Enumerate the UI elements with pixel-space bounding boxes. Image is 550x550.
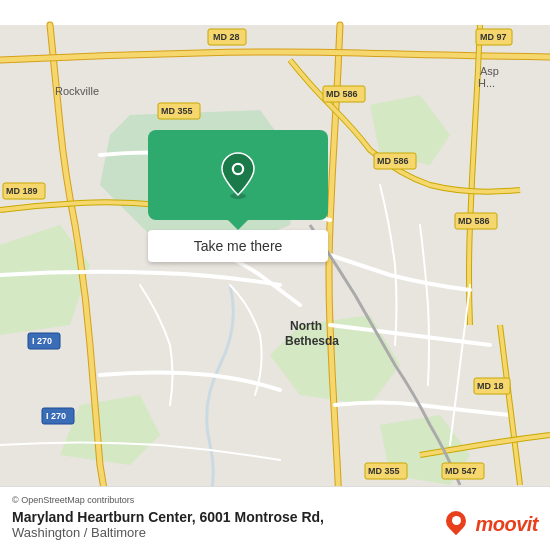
svg-text:H...: H... xyxy=(478,77,495,89)
attribution: © OpenStreetMap contributors xyxy=(12,495,538,505)
svg-text:MD 586: MD 586 xyxy=(326,89,358,99)
location-row: Maryland Heartburn Center, 6001 Montrose… xyxy=(12,509,538,540)
popup-triangle xyxy=(228,220,248,230)
svg-text:MD 28: MD 28 xyxy=(213,32,240,42)
svg-text:MD 547: MD 547 xyxy=(445,466,477,476)
svg-text:Bethesda: Bethesda xyxy=(285,334,339,348)
moovit-label: moovit xyxy=(475,513,538,536)
svg-text:Rockville: Rockville xyxy=(55,85,99,97)
map-popup: Take me there xyxy=(148,130,328,262)
svg-text:MD 586: MD 586 xyxy=(458,216,490,226)
location-sub: Washington / Baltimore xyxy=(12,525,446,540)
popup-card xyxy=(148,130,328,220)
svg-text:MD 97: MD 97 xyxy=(480,32,507,42)
svg-text:MD 586: MD 586 xyxy=(377,156,409,166)
svg-point-38 xyxy=(234,165,242,173)
location-pin-icon xyxy=(218,151,258,199)
svg-text:MD 355: MD 355 xyxy=(368,466,400,476)
svg-text:I 270: I 270 xyxy=(32,336,52,346)
map-container: Rockville North Bethesda Asp H... MD 28 … xyxy=(0,0,550,550)
bottom-bar: © OpenStreetMap contributors Maryland He… xyxy=(0,486,550,550)
svg-text:I 270: I 270 xyxy=(46,411,66,421)
take-me-there-button[interactable]: Take me there xyxy=(148,230,328,262)
svg-text:Asp: Asp xyxy=(480,65,499,77)
svg-text:MD 189: MD 189 xyxy=(6,186,38,196)
svg-text:North: North xyxy=(290,319,322,333)
svg-text:MD 355: MD 355 xyxy=(161,106,193,116)
location-info: Maryland Heartburn Center, 6001 Montrose… xyxy=(12,509,446,540)
moovit-logo: moovit xyxy=(446,511,538,539)
attribution-text: © OpenStreetMap contributors xyxy=(12,495,134,505)
location-name: Maryland Heartburn Center, 6001 Montrose… xyxy=(12,509,446,525)
svg-text:MD 18: MD 18 xyxy=(477,381,504,391)
